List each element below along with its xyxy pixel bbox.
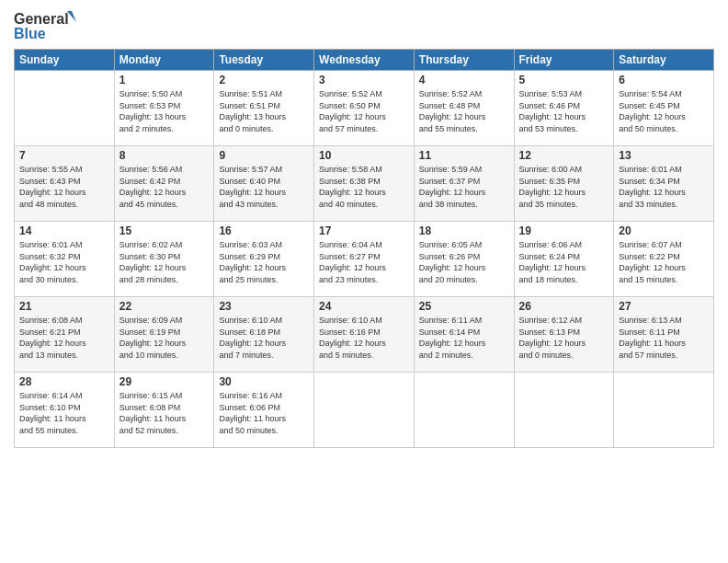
calendar-cell: 6Sunrise: 5:54 AMSunset: 6:45 PMDaylight… xyxy=(614,71,714,146)
day-info: Sunrise: 6:05 AMSunset: 6:26 PMDaylight:… xyxy=(419,239,509,285)
calendar-cell: 22Sunrise: 6:09 AMSunset: 6:19 PMDayligh… xyxy=(114,297,214,373)
calendar-cell: 20Sunrise: 6:07 AMSunset: 6:22 PMDayligh… xyxy=(614,222,714,297)
day-number: 30 xyxy=(219,375,309,388)
calendar-cell: 28Sunrise: 6:14 AMSunset: 6:10 PMDayligh… xyxy=(15,373,115,448)
calendar-cell: 13Sunrise: 6:01 AMSunset: 6:34 PMDayligh… xyxy=(614,146,714,222)
calendar-cell: 16Sunrise: 6:03 AMSunset: 6:29 PMDayligh… xyxy=(214,222,314,297)
calendar-cell: 21Sunrise: 6:08 AMSunset: 6:21 PMDayligh… xyxy=(15,297,115,373)
logo: GeneralBlue xyxy=(14,9,87,41)
day-info: Sunrise: 5:56 AMSunset: 6:42 PMDaylight:… xyxy=(119,164,210,210)
day-info: Sunrise: 6:07 AMSunset: 6:22 PMDaylight:… xyxy=(619,239,709,285)
calendar-cell: 15Sunrise: 6:02 AMSunset: 6:30 PMDayligh… xyxy=(114,222,214,297)
calendar-cell: 2Sunrise: 5:51 AMSunset: 6:51 PMDaylight… xyxy=(214,71,314,146)
calendar-cell: 11Sunrise: 5:59 AMSunset: 6:37 PMDayligh… xyxy=(414,146,514,222)
calendar-cell: 23Sunrise: 6:10 AMSunset: 6:18 PMDayligh… xyxy=(214,297,314,373)
day-number: 27 xyxy=(619,300,709,313)
day-number: 26 xyxy=(519,300,609,313)
calendar-week-row: 21Sunrise: 6:08 AMSunset: 6:21 PMDayligh… xyxy=(15,297,714,373)
day-number: 12 xyxy=(519,149,609,162)
calendar-cell xyxy=(514,373,614,448)
calendar-week-row: 28Sunrise: 6:14 AMSunset: 6:10 PMDayligh… xyxy=(15,373,714,448)
day-number: 22 xyxy=(119,300,210,313)
calendar-cell: 27Sunrise: 6:13 AMSunset: 6:11 PMDayligh… xyxy=(614,297,714,373)
day-info: Sunrise: 6:02 AMSunset: 6:30 PMDaylight:… xyxy=(119,239,210,285)
day-number: 24 xyxy=(319,300,409,313)
calendar-cell: 7Sunrise: 5:55 AMSunset: 6:43 PMDaylight… xyxy=(15,146,115,222)
day-number: 13 xyxy=(619,149,709,162)
calendar-table: SundayMondayTuesdayWednesdayThursdayFrid… xyxy=(14,49,714,448)
day-info: Sunrise: 6:06 AMSunset: 6:24 PMDaylight:… xyxy=(519,239,609,285)
day-info: Sunrise: 5:51 AMSunset: 6:51 PMDaylight:… xyxy=(219,88,309,134)
day-info: Sunrise: 6:10 AMSunset: 6:16 PMDaylight:… xyxy=(319,315,409,361)
calendar-cell: 4Sunrise: 5:52 AMSunset: 6:48 PMDaylight… xyxy=(414,71,514,146)
day-info: Sunrise: 6:09 AMSunset: 6:19 PMDaylight:… xyxy=(119,315,210,361)
day-number: 15 xyxy=(119,224,210,237)
day-number: 4 xyxy=(419,74,509,86)
day-info: Sunrise: 6:16 AMSunset: 6:06 PMDaylight:… xyxy=(219,390,309,436)
calendar-cell: 29Sunrise: 6:15 AMSunset: 6:08 PMDayligh… xyxy=(114,373,214,448)
calendar-cell xyxy=(314,373,415,448)
calendar-cell: 25Sunrise: 6:11 AMSunset: 6:14 PMDayligh… xyxy=(414,297,514,373)
header: GeneralBlue xyxy=(14,9,714,41)
day-number: 8 xyxy=(119,149,210,162)
calendar-week-row: 14Sunrise: 6:01 AMSunset: 6:32 PMDayligh… xyxy=(15,222,714,297)
day-number: 18 xyxy=(419,224,509,237)
calendar-cell: 9Sunrise: 5:57 AMSunset: 6:40 PMDaylight… xyxy=(214,146,314,222)
day-info: Sunrise: 5:58 AMSunset: 6:38 PMDaylight:… xyxy=(319,164,409,210)
day-number: 25 xyxy=(419,300,509,313)
calendar-cell: 5Sunrise: 5:53 AMSunset: 6:46 PMDaylight… xyxy=(514,71,614,146)
calendar-cell: 24Sunrise: 6:10 AMSunset: 6:16 PMDayligh… xyxy=(314,297,415,373)
day-number: 1 xyxy=(119,74,210,86)
calendar-cell: 1Sunrise: 5:50 AMSunset: 6:53 PMDaylight… xyxy=(114,71,214,146)
day-number: 3 xyxy=(319,74,409,86)
calendar-cell: 10Sunrise: 5:58 AMSunset: 6:38 PMDayligh… xyxy=(314,146,415,222)
header-cell-friday: Friday xyxy=(514,50,614,71)
day-number: 6 xyxy=(619,74,709,86)
day-number: 19 xyxy=(519,224,609,237)
calendar-week-row: 1Sunrise: 5:50 AMSunset: 6:53 PMDaylight… xyxy=(15,71,714,146)
header-cell-tuesday: Tuesday xyxy=(214,50,314,71)
day-info: Sunrise: 5:53 AMSunset: 6:46 PMDaylight:… xyxy=(519,88,609,134)
calendar-cell: 8Sunrise: 5:56 AMSunset: 6:42 PMDaylight… xyxy=(114,146,214,222)
day-info: Sunrise: 6:01 AMSunset: 6:32 PMDaylight:… xyxy=(19,239,109,285)
day-number: 11 xyxy=(419,149,509,162)
calendar-cell xyxy=(614,373,714,448)
day-number: 29 xyxy=(119,375,210,388)
day-info: Sunrise: 5:52 AMSunset: 6:50 PMDaylight:… xyxy=(319,88,409,134)
calendar-cell xyxy=(15,71,115,146)
calendar-cell: 12Sunrise: 6:00 AMSunset: 6:35 PMDayligh… xyxy=(514,146,614,222)
header-cell-saturday: Saturday xyxy=(614,50,714,71)
day-number: 20 xyxy=(619,224,709,237)
day-number: 17 xyxy=(319,224,409,237)
day-info: Sunrise: 5:59 AMSunset: 6:37 PMDaylight:… xyxy=(419,164,509,210)
day-info: Sunrise: 5:50 AMSunset: 6:53 PMDaylight:… xyxy=(119,88,210,134)
day-info: Sunrise: 6:11 AMSunset: 6:14 PMDaylight:… xyxy=(419,315,509,361)
day-number: 7 xyxy=(19,149,109,162)
header-cell-wednesday: Wednesday xyxy=(314,50,415,71)
calendar-body: 1Sunrise: 5:50 AMSunset: 6:53 PMDaylight… xyxy=(15,71,714,448)
day-number: 23 xyxy=(219,300,309,313)
day-number: 28 xyxy=(19,375,109,388)
logo-icon: GeneralBlue xyxy=(14,9,87,41)
day-number: 2 xyxy=(219,74,309,86)
day-number: 14 xyxy=(19,224,109,237)
calendar-cell: 30Sunrise: 6:16 AMSunset: 6:06 PMDayligh… xyxy=(214,373,314,448)
day-info: Sunrise: 6:10 AMSunset: 6:18 PMDaylight:… xyxy=(219,315,309,361)
day-number: 5 xyxy=(519,74,609,86)
day-info: Sunrise: 6:01 AMSunset: 6:34 PMDaylight:… xyxy=(619,164,709,210)
day-number: 16 xyxy=(219,224,309,237)
day-number: 9 xyxy=(219,149,309,162)
calendar-cell: 26Sunrise: 6:12 AMSunset: 6:13 PMDayligh… xyxy=(514,297,614,373)
day-info: Sunrise: 5:54 AMSunset: 6:45 PMDaylight:… xyxy=(619,88,709,134)
header-cell-thursday: Thursday xyxy=(414,50,514,71)
calendar-cell: 18Sunrise: 6:05 AMSunset: 6:26 PMDayligh… xyxy=(414,222,514,297)
day-info: Sunrise: 6:08 AMSunset: 6:21 PMDaylight:… xyxy=(19,315,109,361)
header-cell-monday: Monday xyxy=(114,50,214,71)
day-info: Sunrise: 5:57 AMSunset: 6:40 PMDaylight:… xyxy=(219,164,309,210)
calendar-header-row: SundayMondayTuesdayWednesdayThursdayFrid… xyxy=(15,50,714,71)
day-info: Sunrise: 6:13 AMSunset: 6:11 PMDaylight:… xyxy=(619,315,709,361)
header-cell-sunday: Sunday xyxy=(15,50,115,71)
calendar-cell: 14Sunrise: 6:01 AMSunset: 6:32 PMDayligh… xyxy=(15,222,115,297)
day-number: 21 xyxy=(19,300,109,313)
day-info: Sunrise: 6:04 AMSunset: 6:27 PMDaylight:… xyxy=(319,239,409,285)
